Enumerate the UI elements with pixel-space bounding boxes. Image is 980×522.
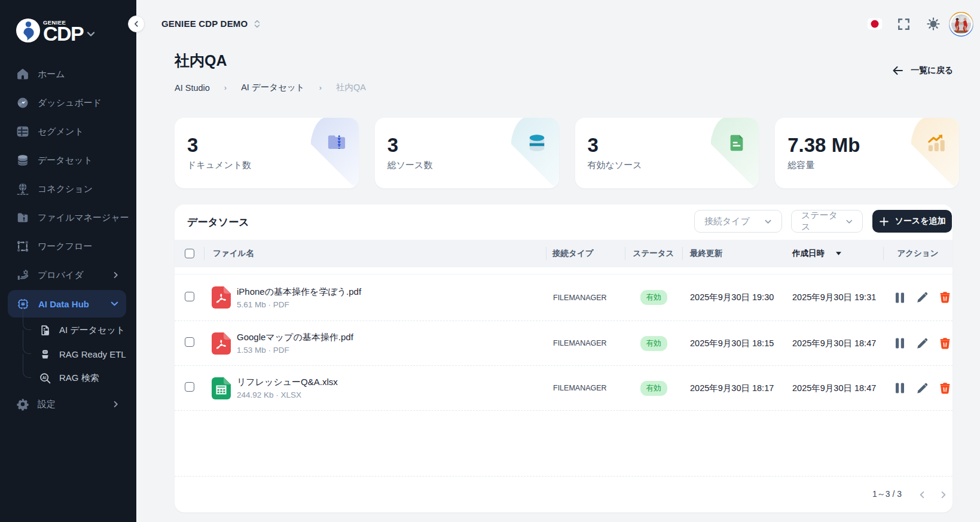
svg-text:AI: AI	[42, 375, 47, 379]
svg-text:AI: AI	[45, 331, 48, 334]
